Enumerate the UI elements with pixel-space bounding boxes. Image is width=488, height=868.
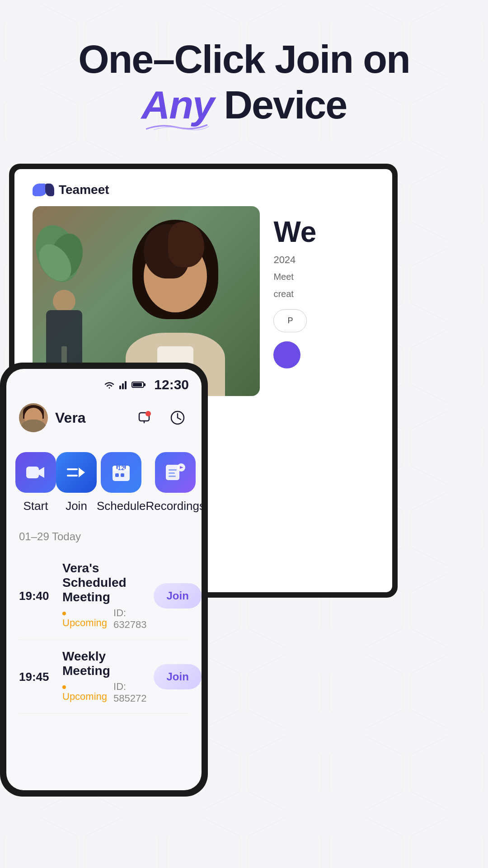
meeting-item-2: 19:45 Weekly Meeting Upcoming ID: 585272…: [19, 640, 189, 714]
meeting-item-1: 19:40 Vera's Scheduled Meeting Upcoming …: [19, 552, 189, 640]
recordings-action[interactable]: Recordings: [145, 452, 202, 513]
join-icon-container: [56, 452, 97, 493]
join-button-2[interactable]: Join: [154, 664, 201, 689]
tablet-action-button[interactable]: P: [273, 309, 307, 332]
meeting-time-2: 19:45: [19, 670, 55, 684]
meeting-info-2: Weekly Meeting Upcoming ID: 585272: [62, 649, 146, 704]
tablet-primary-button[interactable]: [273, 341, 300, 368]
date-label: 01–29 Today: [19, 530, 81, 542]
history-button[interactable]: [166, 406, 189, 429]
join-button-1[interactable]: Join: [154, 583, 201, 609]
hero-device-text: Device: [214, 82, 347, 127]
svg-rect-5: [119, 386, 121, 389]
join-label: Join: [66, 499, 87, 513]
svg-rect-10: [133, 383, 142, 387]
notifications-button[interactable]: [135, 406, 157, 429]
signal-icon: [119, 380, 128, 389]
logo-icon: [33, 184, 54, 196]
hero-any-word: Any: [141, 82, 214, 127]
meeting-meta-1: Upcoming ID: 632783: [62, 607, 146, 631]
tablet-header: Teameet: [14, 169, 392, 206]
meeting-status-2: Upcoming: [62, 691, 107, 702]
meeting-meta-2: Upcoming ID: 585272: [62, 681, 146, 704]
start-action[interactable]: Start: [15, 452, 56, 513]
svg-line-16: [178, 418, 181, 420]
svg-rect-32: [169, 476, 176, 477]
devices-container: Teameet: [0, 164, 488, 797]
join-action[interactable]: Join: [56, 452, 97, 513]
header-actions: [135, 406, 189, 429]
svg-rect-25: [121, 473, 124, 477]
schedule-action[interactable]: 12 Schedule: [97, 452, 145, 513]
user-name: Vera: [55, 410, 86, 426]
svg-point-13: [145, 411, 151, 416]
tablet-date: 2024: [273, 254, 379, 266]
meeting-id-1: ID: 632783: [113, 607, 146, 631]
meeting-time-1: 19:40: [19, 589, 55, 603]
wifi-icon: [103, 380, 115, 389]
tablet-right-panel: We 2024 Meet creat P: [260, 206, 392, 592]
status-bar: 12:30: [6, 369, 202, 397]
avatar: [19, 403, 48, 432]
svg-rect-17: [26, 467, 39, 478]
hero-line1: One–Click Join on: [27, 36, 461, 82]
schedule-icon-container: 12: [101, 452, 141, 493]
recordings-play-icon: [164, 461, 187, 484]
status-dot-1: [62, 612, 66, 615]
start-icon: [15, 452, 56, 493]
meeting-id-2: ID: 585272: [113, 681, 146, 704]
video-call-icon: [24, 461, 47, 484]
svg-rect-24: [115, 473, 119, 477]
quick-actions: Start Join: [6, 439, 202, 522]
svg-text:12: 12: [117, 464, 125, 472]
phone-mockup: 12:30 Vera: [0, 363, 208, 797]
meeting-title-2: Weekly Meeting: [62, 649, 146, 678]
hero-section: One–Click Join on Any Device: [0, 0, 488, 155]
phone-screen: 12:30 Vera: [6, 369, 202, 790]
start-label: Start: [23, 499, 48, 513]
time-display: 12:30: [154, 377, 189, 392]
svg-rect-6: [122, 383, 124, 389]
meeting-info-1: Vera's Scheduled Meeting Upcoming ID: 63…: [62, 561, 146, 631]
bell-icon: [137, 409, 155, 426]
recordings-icon-container: [155, 452, 196, 493]
svg-rect-31: [169, 472, 175, 474]
welcome-title: We: [273, 215, 379, 249]
status-dot-2: [62, 685, 66, 689]
tablet-desc: Meet: [273, 270, 379, 283]
battery-icon: [131, 381, 146, 389]
svg-rect-18: [67, 468, 78, 470]
date-section: 01–29 Today: [6, 522, 202, 547]
schedule-label: Schedule: [97, 499, 145, 513]
svg-rect-30: [169, 469, 177, 471]
calendar-icon: 12: [110, 461, 132, 484]
svg-rect-7: [125, 381, 127, 389]
svg-rect-19: [67, 475, 78, 476]
join-arrow-icon: [65, 461, 88, 484]
phone-header: Vera: [6, 397, 202, 439]
recordings-label: Recordings: [145, 499, 202, 513]
meeting-status-1: Upcoming: [62, 617, 107, 628]
status-icons: [103, 380, 146, 389]
app-name: Teameet: [59, 183, 109, 197]
svg-rect-9: [144, 383, 145, 386]
tablet-desc2: creat: [273, 288, 379, 300]
user-info: Vera: [19, 403, 86, 432]
clock-icon: [169, 409, 186, 426]
meetings-list: 19:40 Vera's Scheduled Meeting Upcoming …: [6, 547, 202, 790]
meeting-title-1: Vera's Scheduled Meeting: [62, 561, 146, 604]
